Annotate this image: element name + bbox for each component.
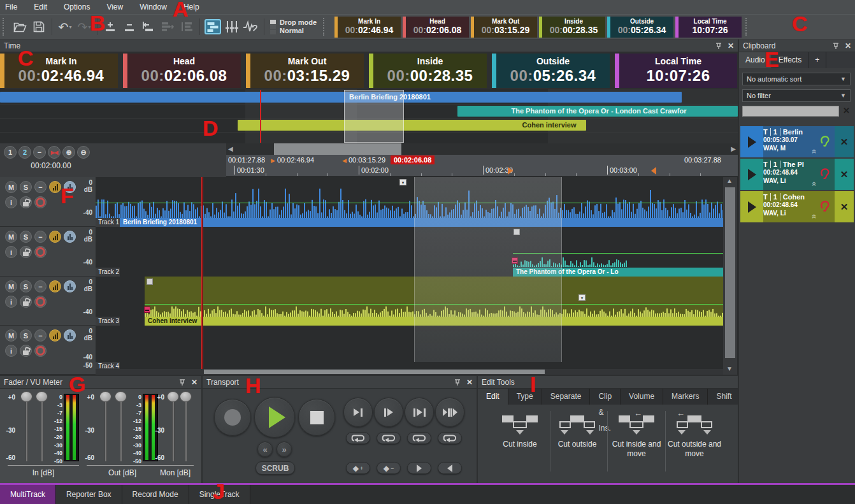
drop-mode-control[interactable]: Drop mode Normal <box>270 18 317 35</box>
clipboard-search-input[interactable] <box>742 106 839 117</box>
overview-view-window[interactable] <box>344 90 404 143</box>
record-arm-button[interactable] <box>34 345 47 357</box>
entry-info[interactable]: T1Berlin 00:05:30.07 WAV, M « <box>763 126 815 157</box>
scrollbar-thumb[interactable] <box>725 187 735 358</box>
edit-tools-tab-type[interactable]: Type <box>508 389 542 405</box>
workspace-tab-reporter box[interactable]: Reporter Box <box>56 485 122 504</box>
track1-envelope-line[interactable] <box>96 203 723 203</box>
edit-tools-tab-clipins[interactable]: Clip & Ins. <box>590 389 621 405</box>
fader-knob[interactable] <box>115 391 127 402</box>
collapse-button[interactable]: − <box>34 231 47 243</box>
loop-button[interactable] <box>407 432 431 444</box>
track1-marker-icon[interactable]: ▾ <box>399 179 406 185</box>
loop-button[interactable] <box>377 432 401 444</box>
info-button[interactable]: i <box>5 345 17 357</box>
expand-chevrons-icon[interactable]: « <box>810 182 819 186</box>
scroll-left-icon[interactable]: ◀ <box>228 143 233 155</box>
fader-knob[interactable] <box>99 391 111 402</box>
time-display[interactable]: Mark In 00:02:46.94 <box>334 17 401 38</box>
solo-button[interactable]: S <box>20 231 32 243</box>
fader-knob[interactable] <box>20 391 32 402</box>
filter-dropdown[interactable]: No filter▼ <box>742 89 851 102</box>
expand-chevrons-icon[interactable]: « <box>810 214 819 219</box>
info-button[interactable]: i <box>5 296 17 308</box>
lock-icon[interactable] <box>20 345 32 357</box>
meter-mode-icon[interactable] <box>49 280 61 292</box>
play-between-marks-button[interactable] <box>405 398 434 427</box>
collapse-button[interactable]: − <box>34 329 47 342</box>
cut-inside-button[interactable]: Cut inside <box>488 413 552 449</box>
record-arm-button[interactable] <box>34 196 47 208</box>
add-marker-button[interactable]: ◆+ <box>346 462 370 474</box>
remove-marker-button[interactable]: ◆− <box>377 462 401 474</box>
toolbar-grip[interactable] <box>745 18 751 36</box>
info-button[interactable]: i <box>5 196 17 208</box>
lock-icon[interactable] <box>20 246 32 258</box>
project-overview[interactable]: Berlin Briefing 20180801The Phantom of t… <box>0 89 738 143</box>
mark-in-triangle-icon[interactable] <box>508 167 513 175</box>
fader-knob[interactable] <box>180 391 192 402</box>
timeline-scrollbar[interactable]: ◀ ▶ <box>226 143 738 155</box>
entry-remove-button[interactable]: ✕ <box>835 126 854 157</box>
entry-play-button[interactable] <box>740 191 763 222</box>
solo-button[interactable]: S <box>20 329 32 342</box>
record-arm-button[interactable] <box>34 246 47 258</box>
track3-marker-icon[interactable]: ▾ <box>578 294 586 301</box>
record-button[interactable] <box>214 399 251 436</box>
time-display[interactable]: Local Time 10:07:26 <box>615 54 737 88</box>
toolbar-grip[interactable] <box>323 18 328 36</box>
clear-search-icon[interactable]: ✕ <box>843 106 850 115</box>
tracks-h-scrollbar[interactable] <box>96 369 723 375</box>
stop-button[interactable] <box>298 399 335 436</box>
track1-name-cell[interactable]: Track 1 <box>96 218 120 227</box>
play-to-mark-button[interactable] <box>343 398 373 427</box>
menu-edit[interactable]: Edit <box>34 3 47 11</box>
overview-clip[interactable] <box>0 92 682 103</box>
workspace-tab-multitrack[interactable]: MultiTrack <box>0 485 56 504</box>
pin-icon[interactable] <box>715 42 722 50</box>
mixer-icon[interactable] <box>222 17 241 36</box>
track3-name-cell[interactable]: Track 3 <box>96 317 120 326</box>
loop-button[interactable] <box>346 432 370 444</box>
info-button[interactable]: i <box>5 246 17 258</box>
meter-mode-icon[interactable] <box>49 231 61 243</box>
record-arm-button[interactable] <box>34 296 47 308</box>
menu-options[interactable]: Options <box>64 3 90 11</box>
close-icon[interactable]: ✕ <box>845 41 851 50</box>
time-display[interactable]: Head 00:02:06.08 <box>403 17 469 38</box>
mute-button[interactable]: M <box>5 329 17 342</box>
loop-button[interactable] <box>438 432 462 444</box>
collapse-button[interactable]: − <box>34 181 47 193</box>
playhead-line[interactable] <box>201 177 203 370</box>
track1-waveform[interactable] <box>96 189 723 218</box>
cut-outside-button[interactable]: Cut outside <box>545 413 609 449</box>
tracks-v-scrollbar[interactable]: ▲ ▼ <box>723 177 737 375</box>
open-icon[interactable] <box>10 17 29 36</box>
menu-view[interactable]: View <box>106 3 123 11</box>
scrollbar-thumb[interactable] <box>274 143 401 155</box>
scroll-right-icon[interactable]: ▶ <box>731 143 736 155</box>
meter-display-icon[interactable] <box>64 329 76 342</box>
pin-icon[interactable] <box>178 378 186 386</box>
entry-remove-button[interactable]: ✕ <box>835 191 854 222</box>
edit-tools-tab-markers[interactable]: Markers <box>663 389 708 405</box>
mute-button[interactable]: M <box>5 181 17 193</box>
play-over-cut-button[interactable] <box>435 398 464 427</box>
zoom-minus-button[interactable]: − <box>33 146 46 159</box>
lock-icon[interactable] <box>20 196 32 208</box>
scroll-down-icon[interactable]: ▼ <box>726 363 733 375</box>
sort-dropdown[interactable]: No automatic sort▼ <box>742 73 851 85</box>
time-display[interactable]: Head 00:02:06.08 <box>123 54 241 88</box>
zoom-out-button[interactable]: ⊖ <box>77 146 90 159</box>
entry-play-button[interactable] <box>740 159 763 190</box>
track3-clip-marker-icon[interactable] <box>147 278 153 285</box>
edit-tools-tab-volume[interactable]: Volume <box>621 389 663 405</box>
workspace-tab-record mode[interactable]: Record Mode <box>122 485 189 504</box>
zoom-in-button[interactable]: ⊕ <box>62 146 75 159</box>
next-marker-button[interactable] <box>407 462 431 474</box>
meter-display-icon[interactable] <box>64 231 76 243</box>
overview-playhead[interactable] <box>260 90 261 143</box>
cut-inside-move-button[interactable]: ← Cut inside and move <box>605 413 668 459</box>
track3-clip-start-marker-icon[interactable] <box>144 306 150 313</box>
edit-tools-tab-edit[interactable]: Edit <box>478 389 508 405</box>
